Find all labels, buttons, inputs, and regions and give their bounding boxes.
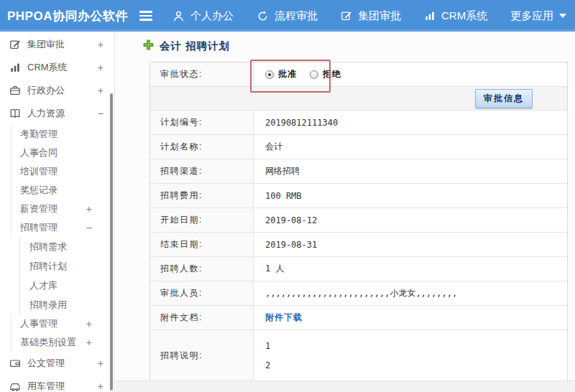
field-row: 招聘费用:100 RMB [150, 184, 567, 208]
field-value: ,,,,,,,,,,,,,,,,,,,,,,,,小龙女,,,,,,,, [254, 281, 567, 305]
sidebar-item-14[interactable]: 人事管理+ [0, 314, 114, 333]
approval-info-row: 审批信息 [150, 87, 567, 111]
sidebar-item-12[interactable]: 人才库 [0, 276, 114, 295]
field-value: 附件下载 [254, 306, 567, 330]
sidebar-item-11[interactable]: 招聘计划 [0, 256, 114, 276]
page-header: 会计 招聘计划 [143, 39, 230, 53]
field-value: 20190812111340 [254, 111, 567, 134]
content-footer-strip [116, 381, 575, 392]
sidebar-item-15[interactable]: 基础类别设置+ [0, 333, 114, 352]
expand-icon[interactable]: + [98, 39, 104, 50]
sidebar-item-3[interactable]: 人力资源− [0, 102, 114, 125]
radio-selected-icon[interactable] [265, 70, 274, 79]
field-value: 会计 [254, 135, 567, 159]
sidebar-item-label: 人事合同 [20, 146, 58, 159]
nav-item-2[interactable]: 集团审批 [341, 9, 401, 23]
field-row: 开始日期:2019-08-12 [150, 208, 567, 233]
field-value: 网络招聘 [254, 159, 567, 183]
attachment-download-link[interactable]: 附件下载 [265, 312, 303, 324]
expand-icon[interactable]: + [86, 203, 92, 215]
sidebar-item-0[interactable]: 集团审批+ [0, 33, 114, 56]
sidebar-item-label: 薪资管理 [20, 202, 58, 215]
page-title: 会计 招聘计划 [160, 39, 230, 53]
sidebar-item-label: 招聘录用 [29, 299, 67, 312]
nav-item-1[interactable]: 流程审批 [257, 9, 318, 23]
sidebar-item-9[interactable]: 招聘管理− [0, 218, 114, 237]
caret-down-icon [559, 14, 566, 18]
sidebar-item-label: 用车管理 [27, 380, 65, 392]
chart-icon [9, 62, 21, 73]
field-row: 附件文档:附件下载 [150, 306, 567, 330]
sidebar-item-5[interactable]: 人事合同 [0, 144, 114, 162]
field-value: 2019-08-31 [254, 233, 567, 256]
sidebar-item-label: 基础类别设置 [20, 336, 76, 349]
add-icon [143, 39, 154, 53]
sidebar-scrollbar[interactable] [110, 93, 113, 391]
field-row: 招聘人数:1 人 [150, 257, 567, 281]
person-icon [172, 10, 185, 22]
sidebar-item-label: 招聘管理 [20, 221, 58, 234]
expand-icon[interactable]: + [86, 337, 92, 348]
sidebar-item-6[interactable]: 培训管理 [0, 162, 114, 181]
sidebar-item-label: 集团审批 [27, 38, 65, 51]
folder-icon [9, 358, 21, 369]
field-row: 计划编号:20190812111340 [150, 111, 567, 135]
nav-item-4[interactable]: 更多应用 [510, 9, 566, 23]
radio-approve-label: 批准 [278, 68, 297, 80]
field-label: 计划名称: [150, 135, 254, 159]
field-label: 招聘说明: [150, 330, 254, 381]
field-value: 2019-08-12 [254, 208, 567, 232]
sidebar-item-16[interactable]: 公文管理+ [0, 352, 114, 375]
field-row: 计划名称:会计 [150, 135, 567, 159]
collapse-icon[interactable]: − [86, 222, 92, 233]
radio-reject[interactable]: 拒绝 [310, 68, 341, 80]
approval-status-value: 批准 拒绝 [254, 62, 567, 86]
sidebar-item-label: CRM系统 [27, 61, 68, 74]
sidebar-item-13[interactable]: 招聘录用 [0, 295, 114, 314]
sidebar-item-8[interactable]: 薪资管理+ [0, 200, 114, 218]
sidebar-item-7[interactable]: 奖惩记录 [0, 181, 114, 200]
sidebar-item-4[interactable]: 考勤管理 [0, 125, 114, 144]
sidebar-item-17[interactable]: 用车管理+ [0, 375, 114, 392]
sidebar-item-label: 人事管理 [20, 317, 58, 330]
nav-item-label: 流程审批 [275, 9, 318, 23]
field-row: 招聘说明:12 [150, 330, 567, 381]
sidebar-item-1[interactable]: CRM系统+ [0, 56, 114, 79]
field-value: 1 人 [254, 257, 567, 281]
expand-icon[interactable]: + [98, 85, 104, 96]
top-navigation: 个人办公流程审批集团审批CRM系统更多应用 [172, 9, 566, 23]
sidebar-item-label: 招聘计划 [29, 260, 67, 273]
expand-icon[interactable]: + [86, 318, 92, 330]
sidebar-item-2[interactable]: 行政办公+ [0, 79, 114, 102]
app-logo[interactable]: PHPOA协同办公软件 [0, 8, 138, 24]
approval-info-button[interactable]: 审批信息 [475, 89, 533, 108]
expand-icon[interactable]: + [98, 358, 104, 369]
radio-approve[interactable]: 批准 [265, 68, 297, 80]
field-row: 审批人员:,,,,,,,,,,,,,,,,,,,,,,,,小龙女,,,,,,,, [150, 281, 567, 306]
field-value-line: 1 [265, 341, 270, 351]
field-label: 审批状态: [150, 62, 254, 86]
sidebar: 集团审批+CRM系统+行政办公+人力资源−考勤管理人事合同培训管理奖惩记录薪资管… [0, 32, 115, 392]
field-label: 结束日期: [150, 233, 254, 256]
field-label: 招聘人数: [150, 257, 254, 281]
nav-item-0[interactable]: 个人办公 [172, 9, 234, 23]
sidebar-item-10[interactable]: 招聘需求 [0, 237, 114, 256]
book-icon [9, 108, 21, 119]
sidebar-item-label: 行政办公 [27, 84, 65, 97]
field-value: 12 [254, 330, 567, 381]
field-row: 结束日期:2019-08-31 [150, 233, 567, 257]
edit-icon [9, 39, 21, 50]
collapse-icon[interactable]: − [98, 108, 104, 119]
hamburger-icon[interactable] [138, 6, 154, 26]
expand-icon[interactable]: + [98, 62, 104, 73]
expand-icon[interactable]: + [98, 381, 104, 392]
detail-table: 审批状态: 批准 拒绝 审批信息 计划编号:20190812111340计划名称… [150, 62, 568, 382]
field-label: 招聘费用: [150, 184, 254, 207]
main-content: 会计 招聘计划 审批状态: 批准 拒绝 审批信息 计划编号:2019081211… [116, 32, 575, 392]
approval-status-row: 审批状态: 批准 拒绝 [150, 62, 567, 87]
sidebar-item-label: 考勤管理 [20, 128, 58, 141]
radio-unselected-icon[interactable] [310, 70, 318, 79]
field-label: 开始日期: [150, 208, 254, 232]
cycle-icon [257, 10, 269, 22]
nav-item-3[interactable]: CRM系统 [424, 9, 487, 23]
